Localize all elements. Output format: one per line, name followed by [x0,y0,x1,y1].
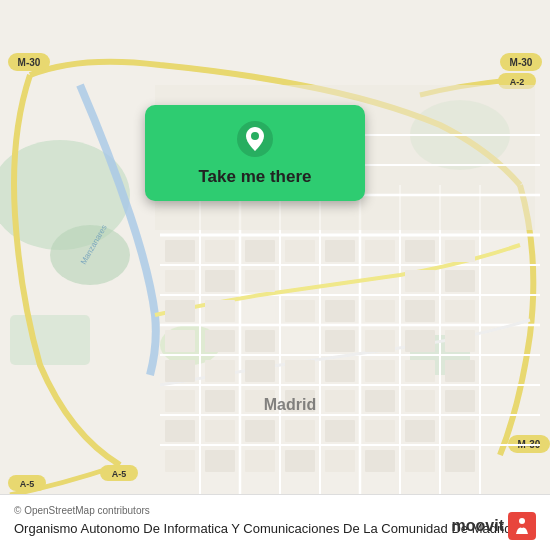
svg-text:M-30: M-30 [510,57,533,68]
svg-rect-37 [205,240,235,262]
svg-rect-56 [165,330,195,352]
take-me-there-card: Take me there [145,105,365,201]
svg-rect-81 [245,420,275,442]
location-pin-icon [237,121,273,157]
svg-rect-42 [165,270,195,292]
svg-rect-79 [165,420,195,442]
svg-rect-50 [365,300,395,322]
svg-rect-53 [405,270,435,292]
svg-rect-91 [325,450,355,472]
svg-rect-40 [325,240,355,262]
svg-rect-88 [205,450,235,472]
svg-rect-64 [285,360,315,382]
moovit-logo: moovit [452,512,536,540]
svg-rect-86 [445,420,475,442]
svg-rect-55 [405,300,435,322]
map-container: Manzanares M-30 M-30 M-30 A-2 A-5 A-5 [0,0,550,550]
svg-rect-45 [165,300,195,322]
svg-rect-63 [245,360,275,382]
svg-rect-87 [165,450,195,472]
svg-rect-48 [285,300,315,322]
svg-rect-71 [165,390,195,412]
svg-rect-62 [205,360,235,382]
svg-rect-80 [205,420,235,442]
svg-rect-47 [245,330,275,352]
svg-rect-68 [445,330,475,352]
svg-rect-52 [445,240,475,262]
svg-rect-77 [405,390,435,412]
svg-rect-70 [445,360,475,382]
svg-rect-78 [445,390,475,412]
map-svg: Manzanares M-30 M-30 M-30 A-2 A-5 A-5 [0,0,550,550]
svg-rect-57 [205,330,235,352]
svg-rect-60 [445,300,475,322]
svg-rect-39 [285,240,315,262]
svg-text:A-5: A-5 [112,469,127,479]
svg-rect-44 [245,270,275,292]
svg-rect-38 [245,240,275,262]
svg-rect-90 [285,450,315,472]
svg-rect-94 [445,450,475,472]
svg-rect-89 [245,450,275,472]
svg-rect-93 [405,450,435,472]
moovit-brand-name: moovit [452,517,504,535]
svg-rect-3 [10,315,90,365]
svg-rect-46 [205,300,235,322]
svg-rect-67 [405,330,435,352]
svg-text:M-30: M-30 [18,57,41,68]
svg-rect-84 [365,420,395,442]
svg-rect-82 [285,420,315,442]
svg-rect-83 [325,420,355,442]
svg-rect-66 [365,360,395,382]
svg-point-101 [251,132,259,140]
svg-rect-92 [365,450,395,472]
svg-rect-75 [325,390,355,412]
svg-rect-51 [405,240,435,262]
svg-rect-49 [325,300,355,322]
info-panel: © OpenStreetMap contributors Organismo A… [0,494,550,550]
svg-rect-36 [165,240,195,262]
svg-text:A-5: A-5 [20,479,35,489]
svg-rect-85 [405,420,435,442]
svg-rect-72 [205,390,235,412]
svg-rect-69 [405,360,435,382]
svg-rect-59 [365,330,395,352]
svg-rect-61 [165,360,195,382]
svg-rect-43 [205,270,235,292]
svg-point-102 [519,518,525,524]
take-me-there-button[interactable]: Take me there [198,167,311,187]
svg-rect-54 [445,270,475,292]
moovit-brand-icon [508,512,536,540]
svg-text:Madrid: Madrid [264,396,316,413]
svg-rect-41 [365,240,395,262]
svg-rect-76 [365,390,395,412]
svg-rect-58 [325,330,355,352]
svg-rect-65 [325,360,355,382]
